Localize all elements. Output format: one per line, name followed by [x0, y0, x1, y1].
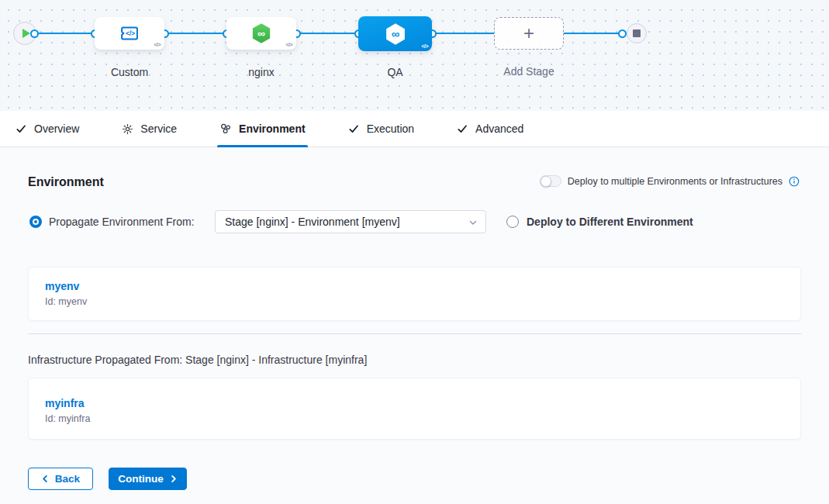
play-icon: [22, 29, 30, 38]
stage-node-nginx[interactable]: ∞ </>: [226, 17, 296, 50]
stage-configuration-window: </> </> ∞ </> ∞ </> +: [0, 0, 829, 504]
infrastructure-propagated-heading: Infrastructure Propagated From: Stage [n…: [28, 354, 367, 366]
propagate-environment-label: Propagate Environment From:: [49, 210, 195, 233]
stage-tabbar: Overview Service Environment Exe: [0, 111, 829, 147]
svg-text:∞: ∞: [257, 27, 265, 40]
multi-environment-toggle-label: Deploy to multiple Environments or Infra…: [568, 176, 782, 187]
tab-label: Environment: [239, 123, 306, 135]
environment-card[interactable]: myenv Id: myenv: [28, 267, 801, 321]
tab-label: Execution: [367, 123, 414, 135]
continue-button[interactable]: Continue: [109, 468, 187, 490]
check-icon: [348, 123, 360, 135]
infrastructure-card[interactable]: myinfra Id: myinfra: [28, 378, 801, 440]
pipeline-edge: [564, 33, 621, 34]
infrastructure-id: Id: myinfra: [45, 413, 90, 424]
stop-icon: [633, 29, 641, 37]
section-title: Environment: [28, 175, 104, 189]
section-divider: [28, 333, 801, 334]
tab-advanced[interactable]: Advanced: [457, 111, 523, 147]
code-icon: </>: [285, 42, 292, 47]
multi-environment-toggle[interactable]: [540, 175, 561, 187]
pipeline-edge: [435, 33, 494, 34]
environment-tab-panel: [0, 147, 829, 504]
multi-environment-toggle-row: Deploy to multiple Environments or Infra…: [540, 175, 800, 187]
tab-label: Overview: [34, 123, 79, 135]
pipeline-graph-canvas[interactable]: </> </> ∞ </> ∞ </> +: [0, 0, 829, 111]
environment-choice-row: Propagate Environment From: Stage [nginx…: [0, 210, 829, 233]
environment-name-link[interactable]: myenv: [45, 280, 79, 292]
deploy-stage-icon: ∞: [250, 22, 273, 45]
pipeline-edge: [36, 33, 95, 34]
chevron-down-icon: [468, 218, 478, 227]
chevron-right-icon: [169, 475, 178, 483]
code-icon: </>: [154, 42, 161, 47]
add-stage-button[interactable]: +: [494, 17, 564, 50]
svg-text:</>: </>: [126, 30, 135, 37]
back-button[interactable]: Back: [28, 468, 93, 490]
pipeline-edge: [299, 33, 358, 34]
tab-environment[interactable]: Environment: [219, 111, 306, 147]
select-value: Stage [nginx] - Environment [myenv]: [225, 216, 400, 228]
pipeline-edge: [168, 33, 226, 34]
edge-port[interactable]: [618, 29, 627, 38]
environment-icon: [219, 123, 232, 135]
back-button-label: Back: [55, 473, 80, 485]
chevron-left-icon: [41, 475, 50, 483]
continue-button-label: Continue: [118, 473, 164, 485]
stage-label: Add Stage: [482, 65, 575, 78]
pipeline-end-node[interactable]: [627, 23, 647, 43]
stage-label: nginx: [215, 66, 308, 78]
toggle-knob: [541, 176, 551, 187]
edge-port[interactable]: [30, 29, 39, 38]
deploy-different-environment-label: Deploy to Different Environment: [527, 210, 693, 233]
gear-icon: [122, 123, 133, 135]
code-icon: </>: [421, 43, 428, 49]
stage-node-qa[interactable]: ∞ </>: [358, 16, 432, 51]
tab-execution[interactable]: Execution: [348, 111, 414, 147]
stage-label: Custom: [83, 66, 176, 78]
deploy-stage-icon: ∞: [383, 22, 408, 47]
tab-label: Service: [140, 123, 177, 135]
radio-dot: [34, 220, 37, 223]
propagate-environment-radio[interactable]: [29, 216, 42, 228]
deploy-different-environment-radio[interactable]: [506, 216, 519, 228]
plus-icon: +: [523, 24, 534, 43]
tab-label: Advanced: [475, 123, 523, 135]
stage-node-custom[interactable]: </> </>: [95, 17, 164, 50]
tab-service[interactable]: Service: [122, 111, 177, 147]
svg-text:∞: ∞: [391, 28, 399, 40]
info-icon[interactable]: [789, 176, 800, 187]
environment-id: Id: myenv: [45, 296, 87, 307]
check-icon: [457, 123, 468, 135]
check-icon: [16, 123, 27, 135]
tab-overview[interactable]: Overview: [16, 111, 79, 147]
stage-label: QA: [347, 66, 444, 78]
custom-stage-icon: </>: [119, 22, 140, 44]
propagate-environment-select[interactable]: Stage [nginx] - Environment [myenv]: [215, 210, 486, 233]
wizard-footer: Back Continue: [28, 468, 187, 490]
infrastructure-name-link[interactable]: myinfra: [45, 397, 85, 409]
